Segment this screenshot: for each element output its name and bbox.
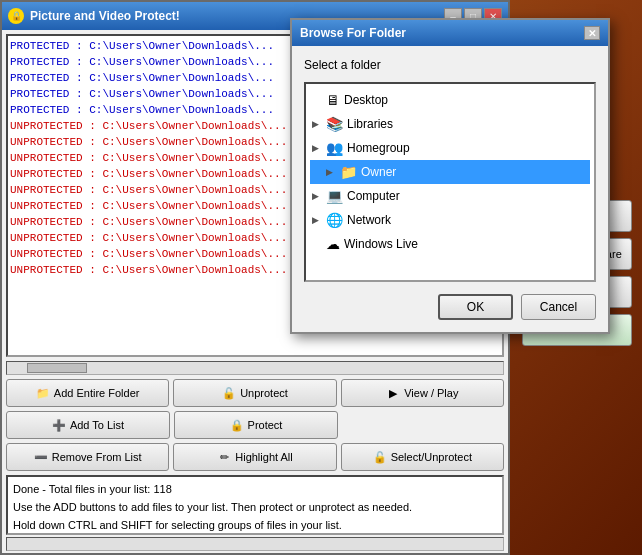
tree-item-label: Computer xyxy=(347,186,400,206)
tree-item-homegroup[interactable]: ▶👥Homegroup xyxy=(310,136,590,160)
dialog-title-bar: Browse For Folder ✕ xyxy=(292,20,608,46)
tree-item-windows-live[interactable]: ☁Windows Live xyxy=(310,232,590,256)
dialog-title-text: Browse For Folder xyxy=(300,26,406,40)
folder-icon: 🌐 xyxy=(326,210,343,230)
add-to-list-button[interactable]: ➕ Add To List xyxy=(6,411,170,439)
dialog-body: Select a folder 🖥Desktop▶📚Libraries▶👥Hom… xyxy=(292,46,608,332)
title-bar-left: 🔒 Picture and Video Protect! xyxy=(8,8,180,24)
protect-button[interactable]: 🔒 Protect xyxy=(174,411,338,439)
dialog-close-button[interactable]: ✕ xyxy=(584,26,600,40)
tree-arrow-icon: ▶ xyxy=(312,186,322,206)
folder-icon: 📁 xyxy=(340,162,357,182)
tree-item-libraries[interactable]: ▶📚Libraries xyxy=(310,112,590,136)
folder-tree[interactable]: 🖥Desktop▶📚Libraries▶👥Homegroup▶📁Owner▶💻C… xyxy=(304,82,596,282)
highlight-all-button[interactable]: ✏ Highlight All xyxy=(173,443,336,471)
tree-item-label: Owner xyxy=(361,162,396,182)
remove-from-list-button[interactable]: ➖ Remove From List xyxy=(6,443,169,471)
main-title: Picture and Video Protect! xyxy=(30,9,180,23)
status-line-1: Done - Total files in your list: 118 xyxy=(13,480,497,498)
ok-button[interactable]: OK xyxy=(438,294,513,320)
tree-item-label: Homegroup xyxy=(347,138,410,158)
select-unprotect-icon: 🔓 xyxy=(373,450,387,464)
tree-arrow-icon: ▶ xyxy=(312,210,322,230)
folder-icon: 👥 xyxy=(326,138,343,158)
highlight-icon: ✏ xyxy=(217,450,231,464)
tree-arrow-icon: ▶ xyxy=(326,162,336,182)
tree-arrow-icon: ▶ xyxy=(312,138,322,158)
unprotect-button[interactable]: 🔓 Unprotect xyxy=(173,379,336,407)
tree-arrow-icon: ▶ xyxy=(312,114,322,134)
tree-item-network[interactable]: ▶🌐Network xyxy=(310,208,590,232)
folder-icon: ☁ xyxy=(326,234,340,254)
folder-icon: 📚 xyxy=(326,114,343,134)
tree-item-owner[interactable]: ▶📁Owner xyxy=(310,160,590,184)
protect-icon: 🔒 xyxy=(230,418,244,432)
button-row-3: ➖ Remove From List ✏ Highlight All 🔓 Sel… xyxy=(6,443,504,471)
status-line-2: Use the ADD buttons to add files to your… xyxy=(13,498,497,516)
tree-item-label: Libraries xyxy=(347,114,393,134)
tree-item-label: Windows Live xyxy=(344,234,418,254)
add-entire-folder-button[interactable]: 📁 Add Entire Folder xyxy=(6,379,169,407)
dialog-buttons: OK Cancel xyxy=(304,294,596,320)
unprotect-icon: 🔓 xyxy=(222,386,236,400)
folder-icon: 💻 xyxy=(326,186,343,206)
status-line-3: Hold down CTRL and SHIFT for selecting g… xyxy=(13,516,497,534)
select-unprotect-button[interactable]: 🔓 Select/Unprotect xyxy=(341,443,504,471)
dialog-prompt: Select a folder xyxy=(304,58,596,72)
tree-item-label: Network xyxy=(347,210,391,230)
play-icon: ▶ xyxy=(386,386,400,400)
tree-item-computer[interactable]: ▶💻Computer xyxy=(310,184,590,208)
add-icon: ➕ xyxy=(52,418,66,432)
view-play-button[interactable]: ▶ View / Play xyxy=(341,379,504,407)
remove-icon: ➖ xyxy=(34,450,48,464)
app-icon: 🔒 xyxy=(8,8,24,24)
bottom-scrollbar[interactable] xyxy=(6,537,504,551)
folder-icon: 🖥 xyxy=(326,90,340,110)
tree-item-desktop[interactable]: 🖥Desktop xyxy=(310,88,590,112)
button-row-2: ➕ Add To List 🔒 Protect xyxy=(6,411,504,439)
horizontal-scrollbar[interactable] xyxy=(6,361,504,375)
status-box: Done - Total files in your list: 118 Use… xyxy=(6,475,504,535)
tree-item-label: Desktop xyxy=(344,90,388,110)
folder-icon: 📁 xyxy=(36,386,50,400)
browse-folder-dialog: Browse For Folder ✕ Select a folder 🖥Des… xyxy=(290,18,610,334)
scroll-thumb[interactable] xyxy=(27,363,87,373)
cancel-button[interactable]: Cancel xyxy=(521,294,596,320)
button-row-1: 📁 Add Entire Folder 🔓 Unprotect ▶ View /… xyxy=(6,379,504,407)
